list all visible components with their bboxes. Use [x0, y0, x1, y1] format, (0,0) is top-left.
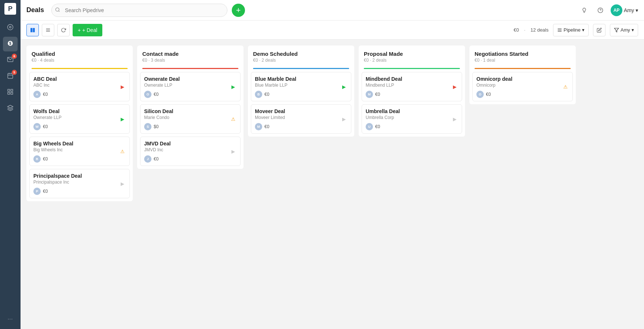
column-meta-negotiations-started: €0 · 1 deal: [475, 58, 571, 63]
deal-card[interactable]: Silicon Deal Marie Condo S $0 ⚠: [140, 104, 241, 134]
svg-rect-18: [33, 28, 35, 32]
deals-icon: $: [7, 40, 14, 48]
new-deal-label: + Deal: [82, 27, 97, 33]
sidebar-item-home[interactable]: [3, 21, 18, 35]
pipeline-chevron-icon: ▾: [582, 27, 585, 33]
deal-card[interactable]: Big Wheels Deal Big Wheels Inc B €0 ⚠: [29, 137, 130, 166]
card-footer: U €0: [366, 123, 458, 130]
card-title: Wolfs Deal: [33, 108, 126, 114]
deal-card[interactable]: Ownerate Deal Ownerate LLP O €0 ▶: [140, 72, 241, 101]
card-title: Big Wheels Deal: [33, 141, 126, 147]
app-logo[interactable]: P: [4, 3, 16, 15]
edit-pipeline-button[interactable]: [593, 24, 605, 36]
card-title: Ownerate Deal: [144, 76, 237, 82]
card-action-icon[interactable]: ▶: [451, 83, 459, 91]
deal-card[interactable]: Principalspace Deal Principalspace Inc P…: [29, 169, 130, 198]
card-company: Big Wheels Inc: [33, 147, 126, 152]
column-proposal-made: Proposal Made €0 · 2 deals Mindbend Deal…: [359, 46, 465, 137]
card-footer: B €0: [255, 91, 347, 98]
deal-card[interactable]: Blue Marble Deal Blue Marble LLP B €0 ▶: [251, 72, 351, 101]
column-title-proposal-made: Proposal Made: [364, 51, 460, 57]
column-title-negotiations-started: Negotiations Started: [475, 51, 571, 57]
lightbulb-icon[interactable]: [578, 4, 590, 16]
card-title: Principalspace Deal: [33, 173, 126, 179]
sidebar-item-reports[interactable]: [3, 85, 18, 100]
deal-card[interactable]: Moveer Deal Moveer Limited M €0 ▶: [251, 104, 351, 134]
deal-card[interactable]: JMVD Deal JMVD Inc J €0 ▶: [140, 137, 241, 166]
card-action-icon[interactable]: ⚠: [229, 115, 237, 123]
new-deal-button[interactable]: + + Deal: [73, 24, 102, 36]
card-action-icon[interactable]: ▶: [451, 115, 459, 123]
column-meta-qualified: €0 · 4 deals: [32, 58, 128, 63]
person-avatar: B: [33, 155, 41, 163]
help-icon[interactable]: [594, 4, 606, 16]
card-company: Marie Condo: [144, 115, 237, 120]
card-footer: O €0: [144, 91, 237, 98]
card-action-icon[interactable]: ▶: [229, 83, 237, 91]
topbar-right: AP Amy ▾: [578, 4, 638, 16]
card-action-icon[interactable]: ▶: [229, 147, 237, 155]
sidebar-item-deals[interactable]: $: [3, 37, 18, 51]
card-footer: M €0: [366, 91, 458, 98]
card-action-icon[interactable]: ▶: [340, 83, 348, 91]
card-title: JMVD Deal: [144, 141, 237, 147]
person-avatar: W: [33, 123, 41, 130]
deal-card[interactable]: Umbrella Deal Umbrella Corp U €0 ▶: [362, 104, 462, 134]
column-contact-made: Contact made €0 · 3 deals Ownerate Deal …: [137, 46, 244, 169]
pipeline-selector-button[interactable]: Pipeline ▾: [553, 24, 589, 36]
card-action-icon[interactable]: ▶: [118, 115, 127, 123]
topbar: Deals + AP Amy ▾: [21, 0, 644, 21]
column-cards-contact-made: Ownerate Deal Ownerate LLP O €0 ▶ Silico…: [137, 69, 244, 169]
card-company: Omnicorp: [476, 83, 569, 88]
svg-rect-9: [8, 89, 10, 91]
sidebar-item-products[interactable]: [3, 101, 18, 116]
list-view-button[interactable]: [42, 24, 54, 36]
card-company: ABC Inc: [33, 83, 126, 88]
card-title: Omnicorp deal: [476, 76, 569, 82]
sidebar-item-calendar[interactable]: 5: [3, 69, 18, 84]
deal-card[interactable]: Omnicorp deal Omnicorp O €0 ⚠: [472, 72, 573, 101]
deal-card[interactable]: ABC Deal ABC Inc A €0 ▶: [29, 72, 130, 101]
card-footer: P €0: [33, 188, 126, 195]
card-footer: W €0: [33, 123, 126, 130]
card-action-icon[interactable]: ▶: [118, 83, 127, 91]
card-action-icon[interactable]: ▶: [118, 180, 127, 188]
filter-button[interactable]: Amy ▾: [610, 24, 638, 36]
column-cards-negotiations-started: Omnicorp deal Omnicorp O €0 ⚠: [469, 69, 576, 104]
search-input[interactable]: [51, 4, 227, 17]
svg-point-0: [8, 24, 13, 30]
card-company: Moveer Limited: [255, 115, 347, 120]
person-avatar: U: [366, 123, 373, 130]
column-qualified: Qualified €0 · 4 deals ABC Deal ABC Inc …: [26, 46, 133, 201]
person-avatar: M: [366, 91, 373, 98]
deal-card[interactable]: Mindbend Deal Mindbend LLP M €0 ▶: [362, 72, 462, 101]
card-value: €0: [264, 92, 269, 97]
card-title: Mindbend Deal: [366, 76, 458, 82]
card-title: Umbrella Deal: [366, 108, 458, 114]
card-action-icon[interactable]: ▶: [340, 115, 348, 123]
person-avatar: J: [144, 155, 151, 163]
refresh-view-button[interactable]: [57, 24, 70, 36]
svg-rect-10: [11, 89, 13, 91]
deal-card[interactable]: Wolfs Deal Ownerate LLP W €0 ▶: [29, 104, 130, 134]
column-header-contact-made: Contact made €0 · 3 deals: [137, 46, 244, 66]
card-footer: B €0: [33, 155, 126, 163]
column-title-qualified: Qualified: [32, 51, 128, 57]
avatar: AP: [611, 4, 622, 16]
column-header-demo-scheduled: Demo Scheduled €0 · 2 deals: [248, 46, 354, 66]
card-action-icon[interactable]: ⚠: [118, 147, 127, 155]
add-button[interactable]: +: [232, 4, 245, 17]
card-title: Silicon Deal: [144, 108, 237, 114]
column-header-proposal-made: Proposal Made €0 · 2 deals: [359, 46, 465, 66]
card-footer: A €0: [33, 91, 126, 98]
kanban-view-button[interactable]: [26, 24, 39, 36]
search-bar: [51, 4, 227, 17]
card-value: €0: [43, 189, 48, 194]
card-value: €0: [154, 92, 158, 97]
sidebar-item-mail[interactable]: 6: [3, 53, 18, 68]
user-menu-button[interactable]: AP Amy ▾: [611, 4, 638, 16]
card-value: €0: [43, 92, 48, 97]
sidebar-item-more[interactable]: ···: [3, 311, 18, 326]
card-company: Blue Marble LLP: [255, 83, 347, 88]
card-action-icon[interactable]: ⚠: [561, 83, 570, 91]
